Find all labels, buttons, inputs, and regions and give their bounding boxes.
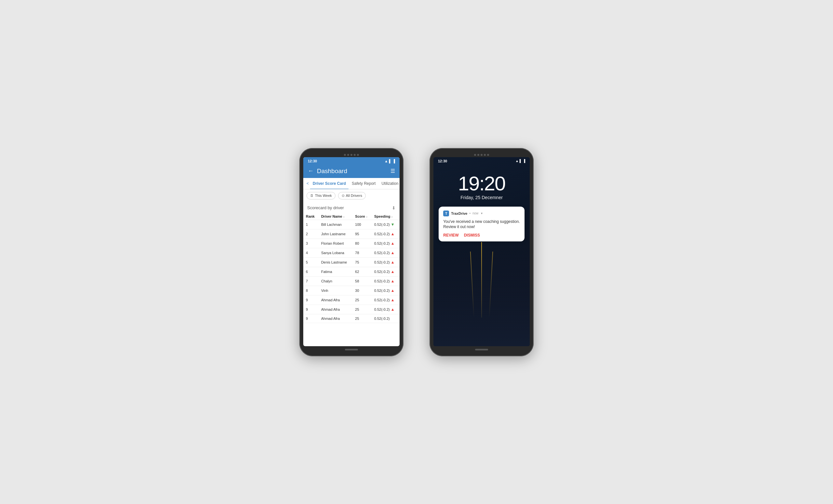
filter-row: 🗓 This Week ⊙ All Drivers [303, 189, 400, 202]
notif-icon-letter: T [445, 212, 447, 215]
cell-rank: 7 [303, 276, 318, 286]
download-icon[interactable]: ⬇ [392, 205, 396, 211]
trend-up-icon: ▲ [391, 269, 395, 274]
speeding-cell-content: 0.52(-0.2)▲ [374, 288, 397, 293]
tabs-bar: < Driver Score Card Safety Report Utiliz… [303, 178, 400, 189]
trend-up-icon: ▲ [391, 279, 395, 283]
lockscreen-content: 19:20 Friday, 25 Decemner T TraxDrive • … [433, 157, 530, 242]
table-row: 9Ahmad Afra250.52(-0.2) [303, 314, 400, 323]
col-driver-name: Driver Name ↕ [318, 213, 352, 220]
speeding-cell-content: 0.52(-0.2)▼ [374, 222, 397, 227]
lock-status-time: 12:30 [438, 159, 447, 163]
sort-icon-speeding: ↕ [391, 215, 393, 218]
status-icons-1: ▲ ▌ ▐ [385, 159, 395, 163]
phone-2-shell: 12:30 ▲ ▌ ▐ 19:20 Friday, 25 Decemner T … [429, 148, 533, 356]
lock-time: 19:20 [458, 173, 505, 194]
trend-up-icon: ▲ [391, 260, 395, 265]
cell-speeding: 0.52(-0.2)▲ [372, 267, 400, 276]
phone-2-home-bar [433, 346, 530, 352]
cell-rank: 1 [303, 220, 318, 229]
speeding-cell-content: 0.52(-0.2)▲ [374, 279, 397, 283]
notif-app-name: TraxDrive [451, 212, 467, 215]
speeding-cell-content: 0.52(-0.2)▲ [374, 241, 397, 246]
cell-speeding: 0.52(-0.2) [372, 314, 400, 323]
cell-driver-name: Vinh [318, 286, 352, 295]
notif-chevron-icon[interactable]: ▾ [481, 212, 482, 215]
notif-body-line1: You've received a new coaching suggestio… [443, 219, 520, 224]
cell-driver-name: Florian Robert [318, 239, 352, 248]
speeding-value: 0.52(-0.2) [374, 279, 390, 283]
table-row: 9Ahmad Afra250.52(-0.2)▲ [303, 295, 400, 305]
speeding-value: 0.52(-0.2) [374, 289, 390, 292]
week-filter-chip[interactable]: 🗓 This Week [307, 192, 335, 199]
tab-safety-report[interactable]: Safety Report [349, 178, 378, 189]
cell-score: 62 [352, 267, 372, 276]
week-filter-label: This Week [315, 194, 332, 197]
scorecard-section: Scorecard by driver ⬇ Rank Driver Name ↕… [303, 202, 400, 346]
status-bar-1: 12:30 ▲ ▌ ▐ [303, 157, 400, 164]
lock-status-icons: ▲ ▌ ▐ [516, 159, 525, 163]
cell-score: 95 [352, 229, 372, 239]
scorecard-header: Scorecard by driver ⬇ [303, 202, 400, 213]
cell-rank: 2 [303, 229, 318, 239]
cell-speeding: 0.52(-0.2)▲ [372, 257, 400, 267]
scorecard-title: Scorecard by driver [307, 205, 344, 210]
cell-rank: 9 [303, 295, 318, 305]
table-row: 9Ahmad Afra250.52(-0.2)▲ [303, 305, 400, 314]
app-header: ← Dashboard ☰ [303, 164, 400, 178]
table-row: 1Bill Lachman1000.52(-0.2)▼ [303, 220, 400, 229]
lock-date: Friday, 25 Decemner [460, 195, 503, 200]
back-button[interactable]: ← [308, 168, 314, 174]
speeding-cell-content: 0.52(-0.2)▲ [374, 307, 397, 312]
cell-score: 100 [352, 220, 372, 229]
speeding-value: 0.52(-0.2) [374, 222, 390, 226]
cell-score: 25 [352, 314, 372, 323]
speeding-value: 0.52(-0.2) [374, 260, 390, 264]
cell-driver-name: Ahmad Afra [318, 314, 352, 323]
cell-speeding: 0.52(-0.2)▲ [372, 295, 400, 305]
phone-1-home-bar [303, 346, 400, 352]
speeding-value: 0.52(-0.2) [374, 241, 390, 245]
cell-score: 78 [352, 248, 372, 257]
cell-driver-name: Ahmad Afra [318, 295, 352, 305]
trend-up-icon: ▲ [391, 307, 395, 312]
table-row: 4Sanya Lobana780.52(-0.2)▲ [303, 248, 400, 257]
cell-speeding: 0.52(-0.2)▲ [372, 286, 400, 295]
cell-speeding: 0.52(-0.2)▲ [372, 229, 400, 239]
speeding-value: 0.52(-0.2) [374, 317, 390, 320]
speeding-cell-content: 0.52(-0.2) [374, 317, 397, 320]
drivers-filter-chip[interactable]: ⊙ All Drivers [338, 192, 366, 199]
phone-1-speaker [303, 152, 400, 157]
table-row: 3Florian Robert800.52(-0.2)▲ [303, 239, 400, 248]
tab-utilization-report[interactable]: Utilization Report [379, 178, 400, 189]
review-button[interactable]: Review [443, 233, 458, 238]
lock-status-bar: 12:30 ▲ ▌ ▐ [433, 157, 530, 164]
cell-speeding: 0.52(-0.2)▲ [372, 239, 400, 248]
col-speeding: Speeding ↕ [372, 213, 400, 220]
tab-chevron-left[interactable]: < [306, 178, 309, 189]
cell-speeding: 0.52(-0.2)▲ [372, 276, 400, 286]
notification-card: T TraxDrive • now ▾ You've received a ne… [438, 207, 524, 242]
table-row: 2John Lastname950.52(-0.2)▲ [303, 229, 400, 239]
table-row: 7Chalyn580.52(-0.2)▲ [303, 276, 400, 286]
cell-score: 25 [352, 295, 372, 305]
cell-driver-name: Ahmad Afra [318, 305, 352, 314]
lock-wifi-icon: ▲ [516, 159, 519, 163]
cell-speeding: 0.52(-0.2)▲ [372, 305, 400, 314]
phone-1-shell: 12:30 ▲ ▌ ▐ ← Dashboard ☰ < Driver Score… [300, 148, 404, 356]
tab-driver-score-card[interactable]: Driver Score Card [310, 178, 349, 189]
sort-icon-name: ↕ [343, 215, 344, 218]
dismiss-button[interactable]: Dismiss [464, 233, 480, 238]
person-icon: ⊙ [342, 194, 344, 198]
notification-actions: Review Dismiss [443, 233, 520, 238]
filter-icon[interactable]: ☰ [390, 168, 395, 174]
notification-header: T TraxDrive • now ▾ [443, 211, 520, 216]
speeding-value: 0.52(-0.2) [374, 232, 390, 236]
speeding-cell-content: 0.52(-0.2)▲ [374, 298, 397, 302]
speeding-value: 0.52(-0.2) [374, 298, 390, 302]
lock-battery-icon: ▐ [523, 159, 525, 163]
speeding-value: 0.52(-0.2) [374, 251, 390, 255]
col-rank: Rank [303, 213, 318, 220]
cell-rank: 9 [303, 305, 318, 314]
speeding-cell-content: 0.52(-0.2)▲ [374, 269, 397, 274]
